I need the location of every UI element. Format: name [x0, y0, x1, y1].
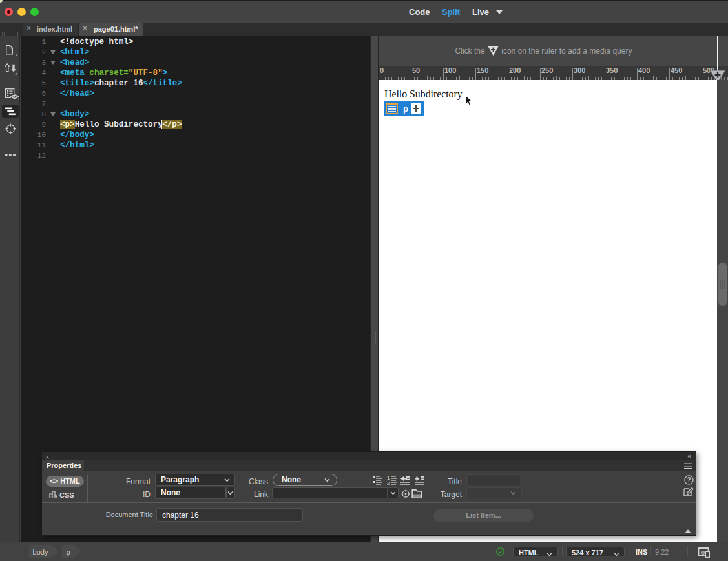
svg-text:?: ?: [687, 476, 691, 484]
svg-text:2: 2: [387, 480, 390, 485]
svg-text:50: 50: [412, 66, 420, 74]
svg-text:300: 300: [574, 66, 585, 74]
svg-text:150: 150: [477, 66, 488, 74]
svg-text:450: 450: [671, 66, 682, 74]
svg-text:0: 0: [380, 66, 384, 74]
svg-text:250: 250: [541, 66, 553, 74]
svg-text:400: 400: [638, 66, 650, 74]
svg-text:100: 100: [444, 66, 456, 74]
svg-text:200: 200: [509, 66, 521, 74]
svg-text:350: 350: [606, 66, 618, 74]
